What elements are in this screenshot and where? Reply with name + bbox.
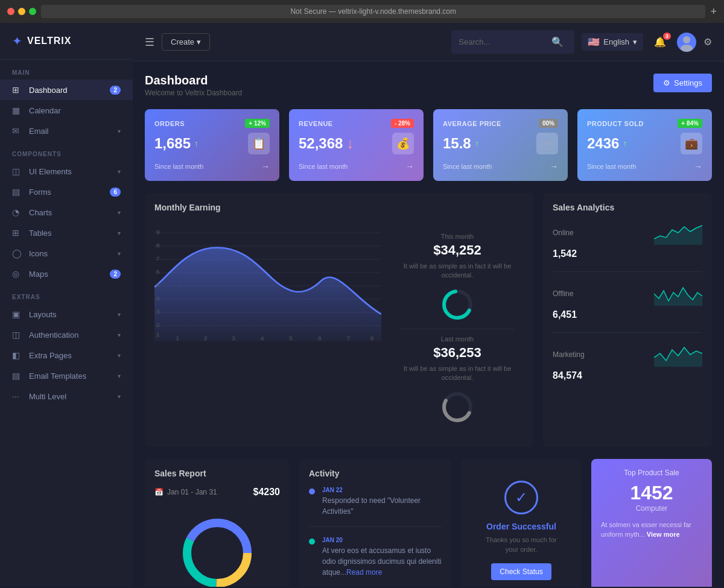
activity-text-0: Responded to need "Volunteer Activities" — [322, 495, 442, 517]
top-product-desc: At solmen va esser necessi far uniform m… — [601, 520, 702, 540]
ui-elements-arrow-icon: ▾ — [118, 168, 121, 175]
logo-area: ✦ VELTRIX — [0, 23, 133, 60]
create-dropdown-icon: ▾ — [197, 37, 201, 46]
stat-badge-orders: + 12% — [245, 119, 270, 128]
sidebar-item-icons[interactable]: ◯ Icons ▾ — [0, 243, 133, 264]
last-month-label: Last month — [397, 335, 518, 343]
section-label-extras: EXTRAS — [0, 284, 133, 304]
analytics-marketing-header: Marketing — [553, 343, 702, 367]
svg-text:5: 5 — [289, 335, 293, 341]
sales-report-title: Sales Report — [154, 469, 280, 478]
sidebar-item-ui-elements[interactable]: ◫ UI Elements ▾ — [0, 161, 133, 182]
this-month-desc: It will be as simple as in fact it will … — [397, 262, 518, 280]
stat-badge-revenue: - 28% — [391, 119, 414, 128]
activity-item-1: JAN 20 At vero eos et accusamus et iusto… — [309, 537, 442, 587]
ui-elements-icon: ◫ — [12, 166, 23, 176]
stat-label-revenue: REVENUE — [299, 120, 333, 127]
minimize-dot[interactable] — [18, 8, 25, 15]
svg-text:5: 5 — [156, 282, 160, 288]
sidebar-item-authentication[interactable]: ◫ Authentication ▾ — [0, 324, 133, 345]
multi-level-icon: ··· — [12, 391, 23, 401]
page-title-block: Dashboard Welcome to Veltrix Dashboard — [145, 74, 242, 97]
page-header: Dashboard Welcome to Veltrix Dashboard ⚙… — [145, 74, 712, 97]
authentication-arrow-icon: ▾ — [118, 332, 121, 338]
sidebar-item-multi-level[interactable]: ··· Multi Level ▾ — [0, 386, 133, 406]
sidebar-item-email[interactable]: ✉ Email ▾ — [0, 121, 133, 141]
stat-badge-product-sold: + 84% — [678, 119, 702, 128]
new-tab-button[interactable]: + — [710, 5, 717, 18]
avatar[interactable] — [677, 33, 696, 52]
monthly-earning-chart: 9 8 7 6 5 4 3 2 1 1 2 — [154, 221, 381, 437]
settings-label: Settings — [674, 78, 702, 87]
topbar: ☰ Create ▾ 🔍 🇺🇸 English ▾ 🔔 3 — [133, 23, 724, 62]
maximize-dot[interactable] — [29, 8, 36, 15]
close-dot[interactable] — [7, 8, 14, 15]
sidebar-item-maps[interactable]: ◎ Maps 2 — [0, 264, 133, 284]
create-button[interactable]: Create ▾ — [162, 33, 210, 51]
sidebar-label-email-templates: Email Templates — [29, 371, 118, 381]
settings-gear-icon[interactable]: ⚙ — [703, 36, 712, 48]
avg-price-up-icon: ↑ — [475, 139, 479, 148]
activity-dot-0 — [309, 488, 315, 495]
authentication-icon: ◫ — [12, 330, 23, 340]
product-sold-up-icon: ↑ — [623, 139, 627, 148]
sidebar-item-dashboard[interactable]: ⊞ Dashboard 2 — [0, 80, 133, 100]
sales-report-header: 📅 Jan 01 - Jan 31 $4230 — [154, 487, 280, 498]
page-body: Dashboard Welcome to Veltrix Dashboard ⚙… — [133, 62, 724, 587]
main-content: ☰ Create ▾ 🔍 🇺🇸 English ▾ 🔔 3 — [133, 23, 724, 587]
language-selector[interactable]: 🇺🇸 English ▾ — [582, 33, 643, 51]
this-month-donut — [397, 286, 518, 323]
sidebar-label-icons: Icons — [29, 249, 118, 258]
revenue-down-icon: ↓ — [346, 135, 354, 152]
stat-label-product-sold: PRODUCT SOLD — [587, 120, 644, 127]
stat-header-revenue: REVENUE - 28% — [299, 119, 414, 128]
notifications-button[interactable]: 🔔 3 — [650, 34, 670, 50]
search-input[interactable] — [459, 37, 543, 46]
orders-icon: 📋 — [248, 133, 270, 154]
analytics-marketing-value: 84,574 — [553, 370, 702, 381]
orders-arrow-right-icon: → — [261, 162, 270, 171]
svg-text:8: 8 — [156, 242, 160, 248]
sidebar-item-layouts[interactable]: ▣ Layouts ▾ — [0, 304, 133, 324]
sidebar-item-extra-pages[interactable]: ◧ Extra Pages ▾ — [0, 345, 133, 365]
check-status-button[interactable]: Check Status — [491, 563, 551, 580]
sidebar-item-forms[interactable]: ▤ Forms 6 — [0, 182, 133, 202]
section-label-components: COMPONENTS — [0, 141, 133, 161]
date-range-text: Jan 01 - Jan 31 — [167, 488, 217, 496]
section-label-main: MAIN — [0, 60, 133, 80]
order-success-title: Order Successful — [480, 522, 562, 531]
tables-arrow-icon: ▾ — [118, 230, 121, 236]
sidebar-label-layouts: Layouts — [29, 310, 118, 319]
analytics-marketing: Marketing 84,574 — [553, 343, 702, 381]
sidebar-item-charts[interactable]: ◔ Charts ▾ — [0, 202, 133, 223]
read-more-link[interactable]: Read more — [346, 568, 382, 577]
sidebar: ✦ VELTRIX MAIN ⊞ Dashboard 2 ▦ Calendar … — [0, 23, 133, 587]
search-icon[interactable]: 🔍 — [548, 34, 567, 50]
stat-value-avg-price: 15.8 ↑ — [443, 135, 479, 152]
last-month-value: $36,253 — [397, 345, 518, 361]
menu-toggle-button[interactable]: ☰ — [145, 36, 154, 49]
sidebar-item-email-templates[interactable]: ▤ Email Templates ▾ — [0, 365, 133, 386]
this-month-block: This month $34,252 It will be as simple … — [391, 227, 524, 329]
activity-content-0: JAN 22 Responded to need "Volunteer Acti… — [322, 487, 442, 517]
stat-badge-avg-price: 00% — [539, 119, 558, 128]
sidebar-item-calendar[interactable]: ▦ Calendar — [0, 100, 133, 121]
stat-value-orders: 1,685 ↑ — [154, 135, 198, 152]
sidebar-label-multi-level: Multi Level — [29, 392, 118, 401]
monthly-earning-card: Monthly Earning — [145, 193, 533, 447]
stat-footer-revenue: Since last month → — [299, 162, 414, 171]
analytics-offline-header: Offline — [553, 282, 702, 306]
logo-icon: ✦ — [12, 34, 22, 48]
avg-price-icon: ✏ — [536, 133, 558, 154]
settings-button[interactable]: ⚙ Settings — [653, 74, 712, 92]
stat-value-product-sold: 2436 ↑ — [587, 135, 627, 152]
stat-header-product-sold: PRODUCT SOLD + 84% — [587, 119, 702, 128]
search-box[interactable]: 🔍 — [451, 30, 574, 54]
notification-count: 3 — [663, 33, 671, 40]
sidebar-label-tables: Tables — [29, 229, 118, 238]
sidebar-label-forms: Forms — [29, 188, 110, 197]
avg-price-arrow-right-icon: → — [550, 162, 558, 171]
sidebar-item-tables[interactable]: ⊞ Tables ▾ — [0, 223, 133, 243]
svg-text:6: 6 — [156, 269, 160, 275]
view-more-link[interactable]: View more — [647, 531, 680, 538]
